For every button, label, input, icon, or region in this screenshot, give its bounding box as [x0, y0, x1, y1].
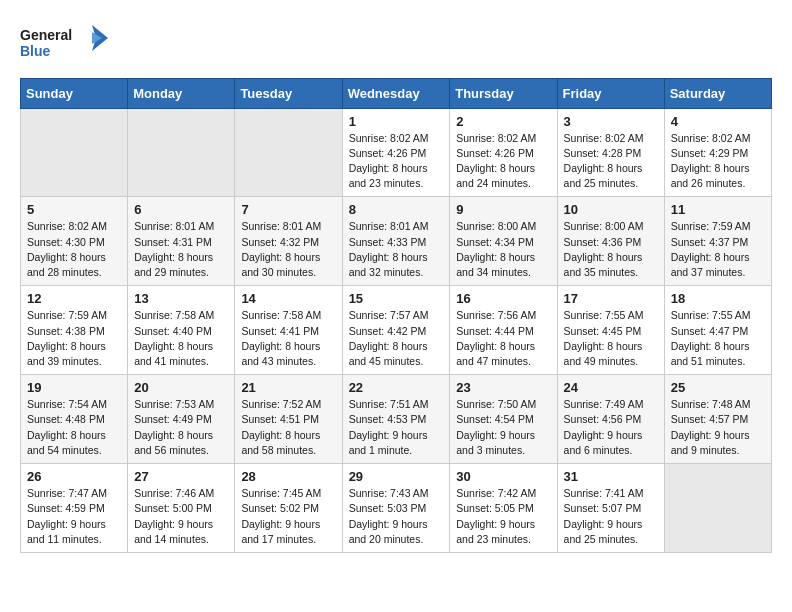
page-header: General Blue — [20, 20, 772, 68]
weekday-header-monday: Monday — [128, 78, 235, 108]
calendar-cell: 8Sunrise: 8:01 AMSunset: 4:33 PMDaylight… — [342, 197, 450, 286]
calendar-cell: 29Sunrise: 7:43 AMSunset: 5:03 PMDayligh… — [342, 464, 450, 553]
day-info: Sunrise: 7:57 AMSunset: 4:42 PMDaylight:… — [349, 308, 444, 369]
day-info: Sunrise: 8:02 AMSunset: 4:26 PMDaylight:… — [456, 131, 550, 192]
day-number: 18 — [671, 291, 765, 306]
calendar-cell: 26Sunrise: 7:47 AMSunset: 4:59 PMDayligh… — [21, 464, 128, 553]
calendar-cell: 9Sunrise: 8:00 AMSunset: 4:34 PMDaylight… — [450, 197, 557, 286]
calendar-cell: 15Sunrise: 7:57 AMSunset: 4:42 PMDayligh… — [342, 286, 450, 375]
calendar-cell: 1Sunrise: 8:02 AMSunset: 4:26 PMDaylight… — [342, 108, 450, 197]
day-number: 26 — [27, 469, 121, 484]
calendar-cell: 13Sunrise: 7:58 AMSunset: 4:40 PMDayligh… — [128, 286, 235, 375]
svg-text:Blue: Blue — [20, 43, 51, 59]
calendar-cell: 2Sunrise: 8:02 AMSunset: 4:26 PMDaylight… — [450, 108, 557, 197]
day-number: 23 — [456, 380, 550, 395]
day-number: 4 — [671, 114, 765, 129]
day-number: 28 — [241, 469, 335, 484]
week-row-4: 19Sunrise: 7:54 AMSunset: 4:48 PMDayligh… — [21, 375, 772, 464]
day-number: 6 — [134, 202, 228, 217]
calendar-cell: 25Sunrise: 7:48 AMSunset: 4:57 PMDayligh… — [664, 375, 771, 464]
day-number: 27 — [134, 469, 228, 484]
day-info: Sunrise: 8:01 AMSunset: 4:32 PMDaylight:… — [241, 219, 335, 280]
weekday-header-wednesday: Wednesday — [342, 78, 450, 108]
day-number: 17 — [564, 291, 658, 306]
day-info: Sunrise: 7:51 AMSunset: 4:53 PMDaylight:… — [349, 397, 444, 458]
day-info: Sunrise: 8:00 AMSunset: 4:34 PMDaylight:… — [456, 219, 550, 280]
day-number: 3 — [564, 114, 658, 129]
calendar-cell: 30Sunrise: 7:42 AMSunset: 5:05 PMDayligh… — [450, 464, 557, 553]
day-number: 11 — [671, 202, 765, 217]
week-row-5: 26Sunrise: 7:47 AMSunset: 4:59 PMDayligh… — [21, 464, 772, 553]
calendar-cell: 14Sunrise: 7:58 AMSunset: 4:41 PMDayligh… — [235, 286, 342, 375]
day-number: 13 — [134, 291, 228, 306]
logo-graphic: General Blue — [20, 20, 110, 68]
calendar-cell: 23Sunrise: 7:50 AMSunset: 4:54 PMDayligh… — [450, 375, 557, 464]
weekday-header-tuesday: Tuesday — [235, 78, 342, 108]
day-info: Sunrise: 7:43 AMSunset: 5:03 PMDaylight:… — [349, 486, 444, 547]
weekday-row: SundayMondayTuesdayWednesdayThursdayFrid… — [21, 78, 772, 108]
calendar-cell: 5Sunrise: 8:02 AMSunset: 4:30 PMDaylight… — [21, 197, 128, 286]
day-number: 19 — [27, 380, 121, 395]
calendar-cell: 7Sunrise: 8:01 AMSunset: 4:32 PMDaylight… — [235, 197, 342, 286]
day-info: Sunrise: 7:47 AMSunset: 4:59 PMDaylight:… — [27, 486, 121, 547]
day-info: Sunrise: 8:02 AMSunset: 4:26 PMDaylight:… — [349, 131, 444, 192]
calendar-cell: 27Sunrise: 7:46 AMSunset: 5:00 PMDayligh… — [128, 464, 235, 553]
day-number: 24 — [564, 380, 658, 395]
day-number: 14 — [241, 291, 335, 306]
svg-text:General: General — [20, 27, 72, 43]
day-info: Sunrise: 8:02 AMSunset: 4:28 PMDaylight:… — [564, 131, 658, 192]
calendar-cell: 22Sunrise: 7:51 AMSunset: 4:53 PMDayligh… — [342, 375, 450, 464]
calendar-cell: 31Sunrise: 7:41 AMSunset: 5:07 PMDayligh… — [557, 464, 664, 553]
day-info: Sunrise: 7:59 AMSunset: 4:37 PMDaylight:… — [671, 219, 765, 280]
calendar-cell: 16Sunrise: 7:56 AMSunset: 4:44 PMDayligh… — [450, 286, 557, 375]
day-info: Sunrise: 7:50 AMSunset: 4:54 PMDaylight:… — [456, 397, 550, 458]
calendar-cell: 10Sunrise: 8:00 AMSunset: 4:36 PMDayligh… — [557, 197, 664, 286]
day-number: 29 — [349, 469, 444, 484]
day-number: 22 — [349, 380, 444, 395]
day-number: 21 — [241, 380, 335, 395]
day-number: 8 — [349, 202, 444, 217]
day-number: 16 — [456, 291, 550, 306]
day-info: Sunrise: 7:48 AMSunset: 4:57 PMDaylight:… — [671, 397, 765, 458]
calendar-cell: 4Sunrise: 8:02 AMSunset: 4:29 PMDaylight… — [664, 108, 771, 197]
calendar-cell: 20Sunrise: 7:53 AMSunset: 4:49 PMDayligh… — [128, 375, 235, 464]
weekday-header-sunday: Sunday — [21, 78, 128, 108]
week-row-3: 12Sunrise: 7:59 AMSunset: 4:38 PMDayligh… — [21, 286, 772, 375]
calendar-cell: 6Sunrise: 8:01 AMSunset: 4:31 PMDaylight… — [128, 197, 235, 286]
calendar-cell — [21, 108, 128, 197]
day-info: Sunrise: 8:01 AMSunset: 4:31 PMDaylight:… — [134, 219, 228, 280]
day-number: 7 — [241, 202, 335, 217]
calendar-cell: 18Sunrise: 7:55 AMSunset: 4:47 PMDayligh… — [664, 286, 771, 375]
day-info: Sunrise: 7:58 AMSunset: 4:40 PMDaylight:… — [134, 308, 228, 369]
day-number: 12 — [27, 291, 121, 306]
day-number: 25 — [671, 380, 765, 395]
day-number: 31 — [564, 469, 658, 484]
calendar-cell — [235, 108, 342, 197]
day-number: 2 — [456, 114, 550, 129]
day-info: Sunrise: 7:58 AMSunset: 4:41 PMDaylight:… — [241, 308, 335, 369]
calendar-cell: 17Sunrise: 7:55 AMSunset: 4:45 PMDayligh… — [557, 286, 664, 375]
calendar-cell — [128, 108, 235, 197]
day-info: Sunrise: 7:42 AMSunset: 5:05 PMDaylight:… — [456, 486, 550, 547]
day-number: 15 — [349, 291, 444, 306]
day-info: Sunrise: 7:52 AMSunset: 4:51 PMDaylight:… — [241, 397, 335, 458]
day-info: Sunrise: 7:46 AMSunset: 5:00 PMDaylight:… — [134, 486, 228, 547]
day-info: Sunrise: 7:41 AMSunset: 5:07 PMDaylight:… — [564, 486, 658, 547]
day-info: Sunrise: 7:45 AMSunset: 5:02 PMDaylight:… — [241, 486, 335, 547]
day-number: 1 — [349, 114, 444, 129]
calendar-cell — [664, 464, 771, 553]
day-info: Sunrise: 7:54 AMSunset: 4:48 PMDaylight:… — [27, 397, 121, 458]
calendar-cell: 3Sunrise: 8:02 AMSunset: 4:28 PMDaylight… — [557, 108, 664, 197]
day-info: Sunrise: 7:59 AMSunset: 4:38 PMDaylight:… — [27, 308, 121, 369]
logo-svg: General Blue — [20, 20, 110, 64]
week-row-2: 5Sunrise: 8:02 AMSunset: 4:30 PMDaylight… — [21, 197, 772, 286]
calendar-cell: 19Sunrise: 7:54 AMSunset: 4:48 PMDayligh… — [21, 375, 128, 464]
day-info: Sunrise: 7:55 AMSunset: 4:45 PMDaylight:… — [564, 308, 658, 369]
day-info: Sunrise: 7:56 AMSunset: 4:44 PMDaylight:… — [456, 308, 550, 369]
day-number: 20 — [134, 380, 228, 395]
day-info: Sunrise: 8:01 AMSunset: 4:33 PMDaylight:… — [349, 219, 444, 280]
week-row-1: 1Sunrise: 8:02 AMSunset: 4:26 PMDaylight… — [21, 108, 772, 197]
calendar-body: 1Sunrise: 8:02 AMSunset: 4:26 PMDaylight… — [21, 108, 772, 552]
calendar-cell: 24Sunrise: 7:49 AMSunset: 4:56 PMDayligh… — [557, 375, 664, 464]
logo: General Blue — [20, 20, 110, 68]
